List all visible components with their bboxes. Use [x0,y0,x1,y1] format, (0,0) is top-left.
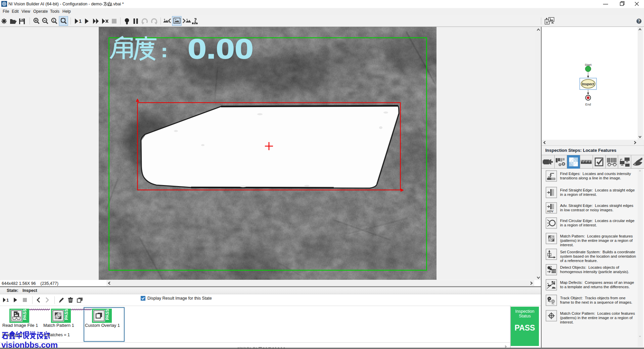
svg-text:transitions along a line in th: transitions along a line in the image. [560,176,621,180]
svg-text:in low contrast or noisy image: in low contrast or noisy images. [560,208,613,212]
svg-text:in a region of interest.: in a region of interest. [560,192,597,197]
svg-text:Match Pattern: Locates graysc: Match Pattern: Locates grayscale feature… [560,234,633,238]
svg-text:Detect Objects: Locates objec: Detect Objects: Locates objects of [560,265,619,269]
svg-text:?: ? [638,19,640,24]
svg-text:1: 1 [53,19,54,22]
svg-text:Adv. Straight Edge: Locates s: Adv. Straight Edge: Locates straight edg… [560,204,634,208]
svg-text:Map Defects: Compares areas o: Map Defects: Compares areas of an image [560,280,634,285]
svg-text:Find Straight Edge: Locates a: Find Straight Edge: Locates a straight e… [560,188,635,192]
svg-text:interest.: interest. [560,243,574,247]
svg-text:1: 1 [79,18,82,24]
svg-text:Read Image File 1: Read Image File 1 [2,323,38,328]
svg-text:Find Edges: Locates and count: Find Edges: Locates and counts intensity [560,172,631,176]
svg-text:1: 1 [6,298,9,303]
svg-text:(patterns) in the entire image: (patterns) in the entire image or a regi… [560,238,633,243]
svg-text:system based on the location a: system based on the location and orienta… [560,254,636,258]
svg-text:ADV: ADV [547,210,553,213]
svg-text:in a region of interest.: in a region of interest. [560,223,597,227]
svg-text:Inspection Steps: Locate Featu: Inspection Steps: Locate Features [545,148,616,153]
svg-text:(patterns) in the entire image: (patterns) in the entire image or a regi… [560,316,633,320]
svg-text:Match Pattern 1: Match Pattern 1 [43,323,74,328]
svg-text:interest.: interest. [560,320,574,324]
svg-text:Inspect: Inspect [582,82,594,86]
svg-text:frame to the next in a sequenc: frame to the next in a sequence of image… [560,300,632,304]
svg-text:Match Color Pattern: Locates: Match Color Pattern: Locates color featu… [560,311,635,315]
svg-text:Custom Overlay 1: Custom Overlay 1 [85,323,120,328]
svg-text:of a reference feature.: of a reference feature. [560,259,598,263]
svg-text:End: End [585,102,591,106]
svg-text:homogenous intensity (particle: homogenous intensity (particle analysis)… [560,270,629,274]
svg-text:Find Circular Edge: Locates a: Find Circular Edge: Locates a circular e… [560,219,635,223]
svg-text:0.00: 0.00 [188,33,254,64]
svg-text:to a template and returns the: to a template and returns the difference… [560,285,630,289]
svg-text:Track Object: Tracks objects: Track Object: Tracks objects from one [560,296,626,300]
svg-text:Set Coordinate System: Builds: Set Coordinate System: Builds a coordina… [560,250,635,254]
